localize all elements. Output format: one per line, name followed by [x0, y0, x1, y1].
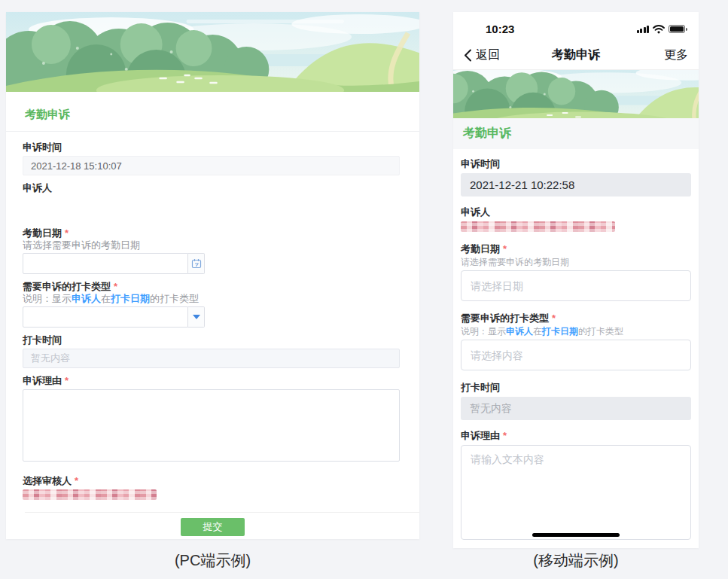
mobile-example-card: 10:23 返回 考勤申诉 更多 [453, 12, 699, 548]
required-asterisk: * [503, 430, 507, 441]
punch-type-select[interactable] [461, 340, 691, 370]
punch-time-value: 暂无内容 [23, 349, 400, 368]
required-asterisk: * [75, 475, 78, 486]
appeal-time-label: 申诉时间 [23, 142, 400, 154]
appellant-value-redacted [461, 221, 615, 232]
mobile-card-title: 考勤申诉 [463, 126, 511, 142]
required-asterisk: * [65, 375, 69, 386]
submit-button[interactable]: 提交 [181, 518, 245, 536]
attendance-date-label: 考勤日期* [461, 242, 691, 256]
punch-time-label: 打卡时间 [23, 334, 400, 346]
attendance-date-group [23, 253, 205, 274]
appellant-link-text: 申诉人 [506, 326, 533, 337]
wifi-icon [653, 25, 665, 34]
required-asterisk: * [114, 281, 117, 292]
more-button[interactable]: 更多 [664, 47, 688, 63]
punch-type-group [23, 306, 205, 328]
hero-illustration [6, 12, 419, 92]
required-asterisk: * [503, 243, 507, 254]
attendance-date-label: 考勤日期* [23, 227, 400, 239]
punch-type-label: 需要申诉的打卡类型* [23, 281, 400, 293]
caret-down-icon [193, 315, 200, 319]
punch-type-label: 需要申诉的打卡类型* [461, 312, 691, 325]
reason-label: 申诉理由* [23, 375, 400, 387]
mobile-appeal-form: 申诉时间 2021-12-21 10:22:58 申诉人 考勤日期* 请选择需要… [453, 149, 699, 548]
calendar-icon [191, 258, 202, 269]
reason-textarea[interactable] [461, 445, 691, 540]
status-time: 10:23 [486, 23, 514, 35]
calendar-addon-button[interactable] [188, 253, 205, 274]
back-button[interactable]: 返回 [464, 47, 500, 63]
mobile-caption: (移动端示例) [453, 550, 699, 571]
pc-card-header: 考勤申诉 [6, 92, 419, 132]
pc-appeal-form: 申诉时间 2021-12-18 15:10:07 申诉人 考勤日期* 请选择需要… [6, 132, 419, 500]
pc-footer: 提交 [6, 513, 419, 536]
hero-illustration [453, 70, 699, 118]
appellant-link-text: 申诉人 [72, 293, 101, 304]
appeal-time-value: 2021-12-21 10:22:58 [461, 173, 691, 197]
pc-card-title: 考勤申诉 [25, 108, 70, 120]
select-addon-button[interactable] [188, 306, 205, 328]
appeal-time-label: 申诉时间 [461, 157, 691, 171]
reviewer-label: 选择审核人* [23, 475, 400, 487]
appellant-label: 申诉人 [461, 206, 691, 219]
punch-type-hint: 说明：显示申诉人在打卡日期的打卡类型 [461, 325, 691, 337]
punch-time-label: 打卡时间 [461, 381, 691, 395]
punch-type-hint: 说明：显示申诉人在打卡日期的打卡类型 [23, 293, 400, 305]
attendance-date-input[interactable] [461, 270, 691, 301]
reviewer-value-redacted [23, 489, 157, 500]
cellular-signal-icon [637, 26, 650, 33]
mobile-card-header: 考勤申诉 [453, 118, 699, 149]
attendance-date-hint: 请选择需要申诉的考勤日期 [461, 256, 691, 268]
pc-example-card: 考勤申诉 申诉时间 2021-12-18 15:10:07 申诉人 考勤日期* … [6, 12, 419, 539]
required-asterisk: * [65, 227, 69, 239]
back-label: 返回 [476, 47, 500, 63]
appellant-value-empty [23, 194, 400, 227]
status-bar: 10:23 [453, 12, 699, 41]
chevron-left-icon [464, 49, 472, 62]
punch-time-value: 暂无内容 [461, 397, 691, 420]
attendance-date-input[interactable] [23, 253, 188, 274]
punch-date-link-text: 打卡日期 [111, 293, 150, 304]
battery-icon [669, 25, 685, 33]
pc-caption: (PC端示例) [6, 550, 419, 571]
reason-label: 申诉理由* [461, 429, 691, 443]
appeal-time-value: 2021-12-18 15:10:07 [23, 156, 400, 175]
home-indicator [532, 533, 620, 537]
attendance-date-hint: 请选择需要申诉的考勤日期 [23, 239, 400, 251]
nav-bar: 返回 考勤申诉 更多 [453, 41, 699, 70]
required-asterisk: * [552, 312, 556, 324]
punch-type-select[interactable] [23, 306, 188, 328]
punch-date-link-text: 打卡日期 [542, 326, 578, 337]
reason-textarea[interactable] [23, 389, 400, 462]
appellant-label: 申诉人 [23, 182, 400, 194]
